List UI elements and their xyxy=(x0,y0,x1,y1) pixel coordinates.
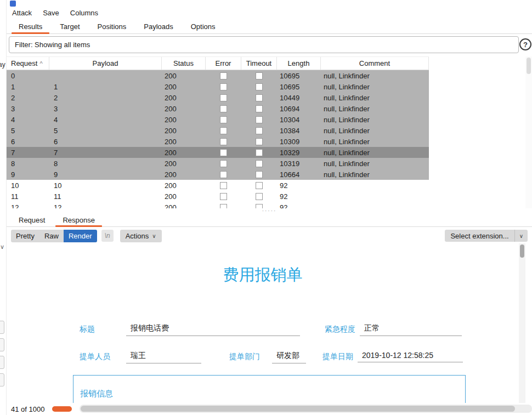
table-cell: 2 xyxy=(7,92,49,103)
tab-options[interactable]: Options xyxy=(182,19,224,33)
table-cell: 1 xyxy=(7,81,49,92)
table-row[interactable]: 9920010664null, Linkfinder xyxy=(7,169,429,180)
column-header-timeout[interactable]: Timeout xyxy=(241,57,277,70)
table-cell xyxy=(241,158,277,169)
table-cell: 10449 xyxy=(277,92,321,103)
table-cell: 92 xyxy=(277,202,321,208)
timeout-checkbox[interactable] xyxy=(256,182,263,189)
error-checkbox[interactable] xyxy=(220,116,227,123)
table-cell: 200 xyxy=(162,180,206,191)
timeout-checkbox[interactable] xyxy=(256,149,263,156)
tab-positions[interactable]: Positions xyxy=(89,19,135,33)
table-row[interactable]: 7720010329null, Linkfinder xyxy=(7,147,429,158)
timeout-checkbox[interactable] xyxy=(256,193,263,200)
results-table-header: Request ^ Payload Status Error Timeout L… xyxy=(7,56,429,70)
table-row[interactable]: 111120092 xyxy=(7,191,429,202)
newline-toggle-button[interactable]: \n xyxy=(101,230,114,242)
tab-target[interactable]: Target xyxy=(51,19,88,33)
filter-bar[interactable]: Filter: Showing all items xyxy=(9,36,519,53)
table-cell: 200 xyxy=(162,70,206,81)
timeout-checkbox[interactable] xyxy=(256,105,263,112)
table-row[interactable]: 101020092 xyxy=(7,180,429,191)
table-row[interactable]: 020010695null, Linkfinder xyxy=(7,70,429,81)
table-row[interactable]: 1120010695null, Linkfinder xyxy=(7,81,429,92)
timeout-checkbox[interactable] xyxy=(256,127,263,134)
timeout-checkbox[interactable] xyxy=(256,72,263,79)
chevron-down-icon: ∨ xyxy=(0,243,4,251)
error-checkbox[interactable] xyxy=(220,182,227,189)
table-cell xyxy=(206,70,241,81)
error-checkbox[interactable] xyxy=(220,193,227,200)
table-cell: 92 xyxy=(277,191,321,202)
menu-save[interactable]: Save xyxy=(43,9,59,17)
menu-attack[interactable]: Attack xyxy=(12,9,32,17)
table-cell xyxy=(241,81,277,92)
tab-request[interactable]: Request xyxy=(10,213,54,226)
tab-results[interactable]: Results xyxy=(10,19,51,33)
column-header-status[interactable]: Status xyxy=(162,57,206,70)
render-scrollbar[interactable] xyxy=(519,243,525,403)
horizontal-scrollbar[interactable] xyxy=(80,405,532,413)
error-checkbox[interactable] xyxy=(220,160,227,167)
error-checkbox[interactable] xyxy=(220,94,227,101)
table-cell: 4 xyxy=(49,114,162,125)
clipped-button-fragment xyxy=(0,373,4,386)
timeout-checkbox[interactable] xyxy=(256,160,263,167)
extension-dropdown[interactable]: Select extension... ∨ xyxy=(445,230,528,242)
tab-payloads[interactable]: Payloads xyxy=(135,19,182,33)
error-checkbox[interactable] xyxy=(220,171,227,178)
actions-button[interactable]: Actions ∨ xyxy=(120,230,162,242)
table-row[interactable]: 4420010304null, Linkfinder xyxy=(7,114,429,125)
table-row[interactable]: 8820010319null, Linkfinder xyxy=(7,158,429,169)
results-scrollbar[interactable] xyxy=(525,56,532,208)
table-cell xyxy=(49,70,162,81)
error-checkbox[interactable] xyxy=(220,105,227,112)
table-cell xyxy=(206,191,241,202)
table-row[interactable]: 5520010384null, Linkfinder xyxy=(7,125,429,136)
column-header-error[interactable]: Error xyxy=(206,57,241,70)
table-row[interactable]: 3320010694null, Linkfinder xyxy=(7,103,429,114)
error-checkbox[interactable] xyxy=(220,127,227,134)
table-cell: 10329 xyxy=(277,147,321,158)
table-cell: 7 xyxy=(7,147,49,158)
table-cell xyxy=(321,180,429,191)
render-button[interactable]: Render xyxy=(64,230,97,242)
error-checkbox[interactable] xyxy=(220,149,227,156)
table-row[interactable]: 6620010309null, Linkfinder xyxy=(7,136,429,147)
table-cell: null, Linkfinder xyxy=(321,81,429,92)
timeout-checkbox[interactable] xyxy=(256,138,263,145)
timeout-checkbox[interactable] xyxy=(256,94,263,101)
column-header-comment[interactable]: Comment xyxy=(321,57,429,70)
menu-columns[interactable]: Columns xyxy=(70,9,98,17)
status-bar: 41 of 1000 xyxy=(7,403,532,415)
error-checkbox[interactable] xyxy=(220,138,227,145)
error-checkbox[interactable] xyxy=(220,83,227,90)
column-header-length[interactable]: Length xyxy=(277,57,321,70)
table-cell: 12 xyxy=(49,202,162,208)
table-cell xyxy=(241,92,277,103)
splitter-handle[interactable]: ····· xyxy=(7,208,532,213)
table-row[interactable]: 2220010449null, Linkfinder xyxy=(7,92,429,103)
scrollbar-thumb[interactable] xyxy=(81,406,515,412)
error-checkbox[interactable] xyxy=(220,72,227,79)
timeout-checkbox[interactable] xyxy=(256,116,263,123)
timeout-checkbox[interactable] xyxy=(256,83,263,90)
table-cell: 200 xyxy=(162,103,206,114)
timeout-checkbox[interactable] xyxy=(256,171,263,178)
scrollbar-thumb[interactable] xyxy=(527,58,531,74)
progress-text: 41 of 1000 xyxy=(7,405,44,413)
window-icon xyxy=(10,1,16,7)
raw-button[interactable]: Raw xyxy=(39,230,64,242)
table-cell xyxy=(206,125,241,136)
tab-response[interactable]: Response xyxy=(54,213,104,226)
table-cell xyxy=(321,191,429,202)
table-row[interactable]: 121220092 xyxy=(7,202,429,208)
table-cell xyxy=(206,147,241,158)
pretty-button[interactable]: Pretty xyxy=(11,230,39,242)
error-checkbox[interactable] xyxy=(220,204,227,209)
column-header-request[interactable]: Request ^ xyxy=(7,57,49,70)
table-cell xyxy=(206,103,241,114)
scrollbar-thumb[interactable] xyxy=(520,245,524,258)
help-icon[interactable]: ? xyxy=(519,38,531,50)
column-header-payload[interactable]: Payload xyxy=(49,57,162,70)
